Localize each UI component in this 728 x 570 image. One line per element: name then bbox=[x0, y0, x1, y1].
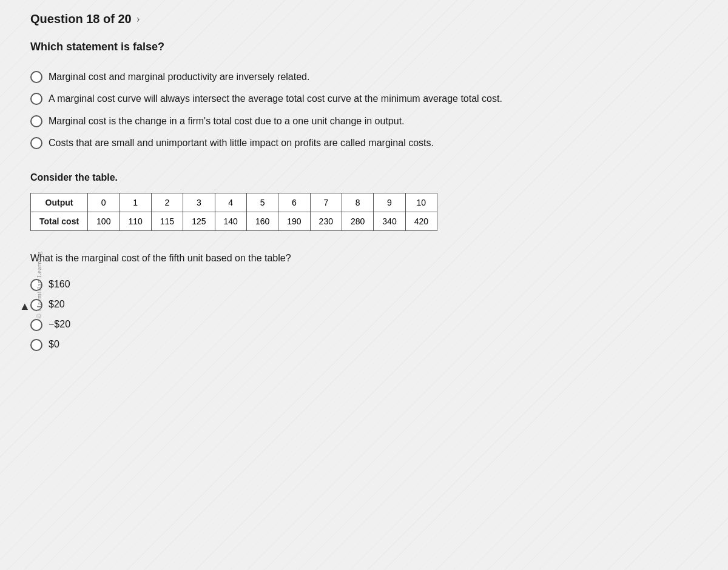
page-container: © Macmillan Learning Question 18 of 20 ›… bbox=[0, 0, 728, 570]
radio-3[interactable] bbox=[30, 115, 42, 127]
radio-4[interactable] bbox=[30, 137, 42, 149]
table-val-3: 125 bbox=[183, 212, 215, 230]
table-val-4: 140 bbox=[215, 212, 246, 230]
content-area: Question 18 of 20 › Which statement is f… bbox=[0, 0, 728, 375]
watermark-text: © Macmillan Learning bbox=[35, 251, 42, 318]
table-col-6: 6 bbox=[278, 193, 310, 212]
table-col-5: 5 bbox=[246, 193, 278, 212]
part1-option-2-text: A marginal cost curve will always inters… bbox=[49, 92, 502, 106]
table-val-1: 110 bbox=[120, 212, 151, 230]
table-val-0: 100 bbox=[88, 212, 120, 230]
table-col-0: 0 bbox=[88, 193, 120, 212]
table-val-7: 230 bbox=[310, 212, 342, 230]
answer-text-3: −$20 bbox=[49, 319, 70, 330]
answer-option-1[interactable]: $160 bbox=[30, 278, 704, 291]
second-question: What is the marginal cost of the fifth u… bbox=[30, 253, 704, 264]
answer-radio-3[interactable] bbox=[30, 319, 42, 331]
answer-option-4[interactable]: $0 bbox=[30, 338, 704, 351]
answer-options-list: $160 $20 −$20 $0 bbox=[30, 278, 704, 351]
answer-option-3[interactable]: −$20 bbox=[30, 318, 704, 331]
table-row-header: Output 0 1 2 3 4 5 6 7 8 9 10 bbox=[31, 193, 437, 212]
data-table: Output 0 1 2 3 4 5 6 7 8 9 10 Total cost… bbox=[30, 193, 437, 231]
part1-options-list: Marginal cost and marginal productivity … bbox=[30, 70, 704, 150]
radio-2[interactable] bbox=[30, 93, 42, 105]
table-val-9: 340 bbox=[374, 212, 405, 230]
answer-text-2: $20 bbox=[49, 299, 65, 310]
table-col-10: 10 bbox=[405, 193, 437, 212]
table-val-10: 420 bbox=[405, 212, 437, 230]
table-col-1: 1 bbox=[120, 193, 151, 212]
table-col-9: 9 bbox=[374, 193, 405, 212]
table-val-8: 280 bbox=[342, 212, 373, 230]
part1-option-2[interactable]: A marginal cost curve will always inters… bbox=[30, 92, 704, 106]
question-prompt-1: Which statement is false? bbox=[30, 41, 704, 53]
table-col-output: Output bbox=[31, 193, 88, 212]
part1-option-3[interactable]: Marginal cost is the change in a firm's … bbox=[30, 115, 704, 128]
table-col-2: 2 bbox=[151, 193, 183, 212]
part1-option-3-text: Marginal cost is the change in a firm's … bbox=[49, 115, 405, 128]
answer-radio-4[interactable] bbox=[30, 339, 42, 351]
table-val-6: 190 bbox=[278, 212, 310, 230]
chevron-icon[interactable]: › bbox=[136, 13, 140, 25]
top-bar: Question 18 of 20 › bbox=[30, 10, 704, 26]
consider-label: Consider the table. bbox=[30, 172, 704, 183]
table-val-2: 115 bbox=[151, 212, 183, 230]
radio-1[interactable] bbox=[30, 71, 42, 83]
table-col-8: 8 bbox=[342, 193, 373, 212]
table-col-4: 4 bbox=[215, 193, 246, 212]
answer-option-2[interactable]: $20 bbox=[30, 298, 704, 311]
table-col-7: 7 bbox=[310, 193, 342, 212]
answer-text-1: $160 bbox=[49, 279, 70, 290]
table-val-5: 160 bbox=[246, 212, 278, 230]
table-col-3: 3 bbox=[183, 193, 215, 212]
part1-option-1[interactable]: Marginal cost and marginal productivity … bbox=[30, 70, 704, 84]
answer-text-4: $0 bbox=[49, 339, 59, 350]
part1-option-4-text: Costs that are small and unimportant wit… bbox=[49, 136, 434, 150]
table-row-label: Total cost bbox=[31, 212, 88, 230]
part1-option-1-text: Marginal cost and marginal productivity … bbox=[49, 70, 309, 84]
table-row-values: Total cost 100 110 115 125 140 160 190 2… bbox=[31, 212, 437, 230]
part1-option-4[interactable]: Costs that are small and unimportant wit… bbox=[30, 136, 704, 150]
question-counter: Question 18 of 20 bbox=[30, 12, 132, 26]
cursor-arrow: ▲ bbox=[19, 300, 30, 313]
